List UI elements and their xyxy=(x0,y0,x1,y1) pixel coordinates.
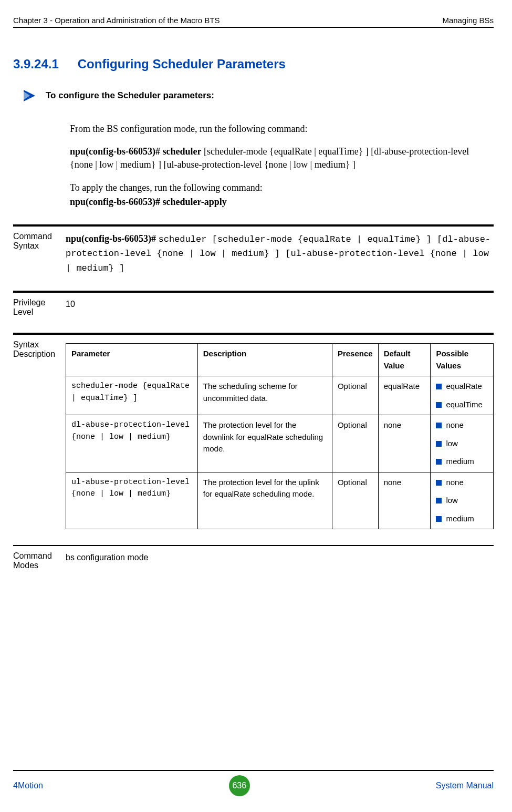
square-bullet-icon xyxy=(436,498,442,503)
table-row: ul-abuse-protection-level {none | low | … xyxy=(66,472,494,529)
th-parameter: Parameter xyxy=(66,344,198,376)
cell-possible: none low medium xyxy=(431,415,494,472)
page-number-badge: 636 xyxy=(229,775,250,796)
cell-presence: Optional xyxy=(332,415,378,472)
syntax-description-label: Syntax Description xyxy=(13,340,66,359)
cell-default: equalRate xyxy=(378,376,431,415)
table-header-row: Parameter Description Presence Default V… xyxy=(66,344,494,376)
list-item: medium xyxy=(436,456,488,468)
cell-desc: The protection level for the downlink fo… xyxy=(197,415,332,472)
list-item: none xyxy=(436,419,488,431)
cell-possible: none low medium xyxy=(431,472,494,529)
body-p2-bold: npu(config-bs-66053)# scheduler xyxy=(70,146,202,157)
cell-presence: Optional xyxy=(332,376,378,415)
command-syntax-content: npu(config-bs-66053)# scheduler [schedul… xyxy=(66,232,494,275)
body-p2: npu(config-bs-66053)# scheduler [schedul… xyxy=(70,145,494,171)
body-p1: From the BS configuration mode, run the … xyxy=(70,122,494,136)
square-bullet-icon xyxy=(436,402,442,408)
body-p4: npu(config-bs-66053)# scheduler-apply xyxy=(70,196,494,209)
th-description: Description xyxy=(197,344,332,376)
square-bullet-icon xyxy=(436,423,442,428)
arrow-icon xyxy=(24,90,35,101)
pv-text: low xyxy=(446,495,458,507)
list-item: medium xyxy=(436,513,488,525)
cell-desc: The scheduling scheme for uncommitted da… xyxy=(197,376,332,415)
section-heading: 3.9.24.1Configuring Scheduler Parameters xyxy=(13,57,494,71)
parameter-table: Parameter Description Presence Default V… xyxy=(66,343,494,529)
cell-param: ul-abuse-protection-level {none | low | … xyxy=(66,472,198,529)
list-item: low xyxy=(436,495,488,507)
square-bullet-icon xyxy=(436,459,442,465)
procedure-title: To configure the Scheduler parameters: xyxy=(46,90,214,101)
pv-text: low xyxy=(446,438,458,450)
list-item: equalRate xyxy=(436,381,488,393)
square-bullet-icon xyxy=(436,384,442,389)
th-presence: Presence xyxy=(332,344,378,376)
cell-presence: Optional xyxy=(332,472,378,529)
header-left: Chapter 3 - Operation and Administration… xyxy=(13,16,220,25)
pv-text: none xyxy=(446,477,463,489)
square-bullet-icon xyxy=(436,516,442,522)
list-item: none xyxy=(436,477,488,489)
command-modes-value: bs configuration mode xyxy=(66,551,494,564)
footer-right: System Manual xyxy=(436,781,494,790)
header-rule xyxy=(13,27,494,28)
section-title: Configuring Scheduler Parameters xyxy=(78,57,286,71)
square-bullet-icon xyxy=(436,480,442,486)
command-modes-label: Command Modes xyxy=(13,551,66,570)
list-item: equalTime xyxy=(436,399,488,411)
list-item: low xyxy=(436,438,488,450)
pv-text: none xyxy=(446,419,463,431)
footer: 4Motion 636 System Manual xyxy=(13,766,494,796)
body-p3: To apply the changes, run the following … xyxy=(70,181,494,194)
section-number: 3.9.24.1 xyxy=(13,57,59,71)
th-default: Default Value xyxy=(378,344,431,376)
cell-desc: The protection level for the uplink for … xyxy=(197,472,332,529)
body-p4-bold: npu(config-bs-66053)# scheduler-apply xyxy=(70,197,227,207)
cell-default: none xyxy=(378,472,431,529)
privilege-label: Privilege Level xyxy=(13,298,66,317)
cell-possible: equalRate equalTime xyxy=(431,376,494,415)
table-row: scheduler-mode {equalRate | equalTime} ]… xyxy=(66,376,494,415)
syntax-description-block: Syntax Description Parameter Description… xyxy=(13,333,494,529)
pv-text: equalRate xyxy=(446,381,482,393)
cell-param: dl-abuse-protection-level {none | low | … xyxy=(66,415,198,472)
command-syntax-bold: npu(config-bs-66053)# xyxy=(66,233,159,244)
pv-text: medium xyxy=(446,513,474,525)
square-bullet-icon xyxy=(436,441,442,447)
command-syntax-block: Command Syntax npu(config-bs-66053)# sch… xyxy=(13,224,494,275)
table-row: dl-abuse-protection-level {none | low | … xyxy=(66,415,494,472)
th-possible: Possible Values xyxy=(431,344,494,376)
cell-default: none xyxy=(378,415,431,472)
command-modes-block: Command Modes bs configuration mode xyxy=(13,545,494,570)
footer-left: 4Motion xyxy=(13,781,43,790)
privilege-block: Privilege Level 10 xyxy=(13,291,494,317)
command-syntax-label: Command Syntax xyxy=(13,232,66,251)
pv-text: equalTime xyxy=(446,399,482,411)
privilege-value: 10 xyxy=(66,298,494,311)
footer-rule xyxy=(13,770,494,771)
cell-param: scheduler-mode {equalRate | equalTime} ] xyxy=(66,376,198,415)
header-right: Managing BSs xyxy=(442,16,494,25)
pv-text: medium xyxy=(446,456,474,468)
procedure-row: To configure the Scheduler parameters: xyxy=(24,90,494,101)
